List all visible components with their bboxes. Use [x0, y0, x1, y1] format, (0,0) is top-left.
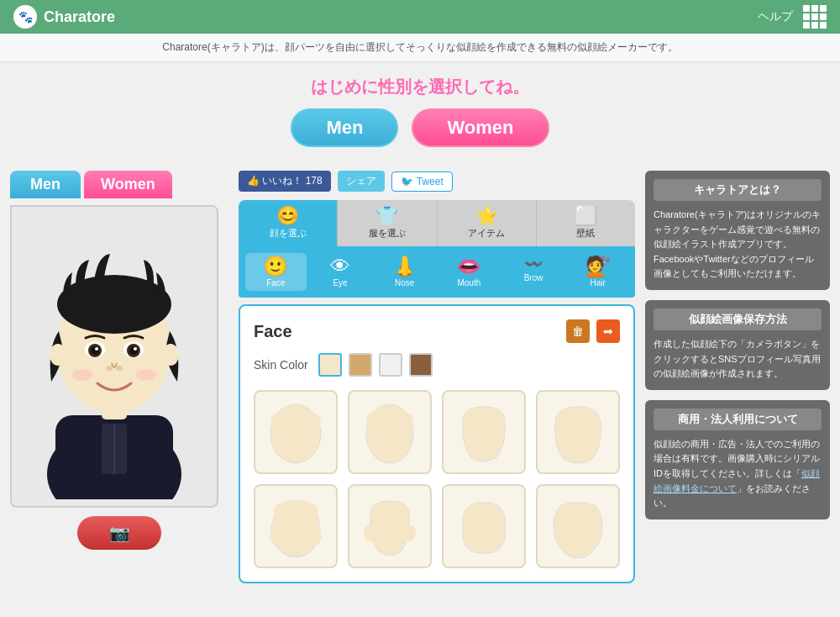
face-option-6[interactable]: [348, 484, 432, 568]
svg-point-13: [91, 346, 99, 355]
eye-part-label: Eye: [333, 278, 347, 287]
svg-point-26: [273, 500, 318, 522]
tweet-button[interactable]: 🐦 Tweet: [391, 171, 453, 192]
tab-clothes-icon: 👕: [375, 207, 398, 225]
social-bar: 👍 いいね！ 178 シェア 🐦 Tweet: [239, 171, 635, 192]
face-panel-actions: 🗑 ➡: [566, 319, 620, 343]
hair-part-icon: 💇: [585, 256, 611, 277]
skin-swatch-4[interactable]: [409, 353, 433, 377]
camera-button[interactable]: 📷: [77, 516, 161, 550]
svg-point-14: [129, 346, 138, 355]
grid-dot: [811, 5, 818, 12]
commercial-box: 商用・法人利用について 似顔絵の商用・広告・法人でのご利用の場合は有料です。画像…: [645, 400, 830, 519]
face-option-7[interactable]: [442, 484, 526, 568]
skin-swatch-3[interactable]: [379, 353, 402, 377]
skin-swatch-1[interactable]: [318, 353, 342, 377]
svg-point-19: [72, 369, 92, 381]
nose-part-icon: 👃: [392, 256, 417, 277]
avatar-container: [10, 205, 218, 508]
face-option-3[interactable]: [442, 390, 526, 474]
twitter-icon: 🐦: [401, 176, 413, 187]
face-option-1[interactable]: [254, 390, 338, 474]
grid-dot: [820, 13, 827, 20]
tab-bar: 😊 顔を選ぶ 👕 服を選ぶ ⭐ アイテム ⬜ 壁紙: [239, 200, 635, 246]
skin-color-row: Skin Color: [254, 353, 620, 377]
right-panel: キャラトアとは？ Charatore(キャラトア)はオリジナルのキャラクターをゲ…: [645, 171, 830, 583]
help-link[interactable]: ヘルプ: [758, 9, 793, 24]
svg-point-29: [364, 525, 377, 541]
like-button[interactable]: 👍 いいね！ 178: [239, 171, 331, 192]
part-mouth[interactable]: 👄 Mouth: [438, 253, 500, 291]
subtitle-text: Charatore(キャラトア)は、顔パーツを自由に選択してそっくりな似顔絵を作…: [162, 41, 677, 53]
tab-wallpaper-icon: ⬜: [575, 207, 597, 225]
face-panel: Face 🗑 ➡ Skin Color: [239, 304, 635, 583]
share-button[interactable]: シェア: [338, 171, 385, 192]
left-tab-women[interactable]: Women: [84, 171, 172, 198]
svg-point-30: [402, 525, 416, 541]
main-content: Men Women: [0, 161, 840, 593]
commercial-text: 似顔絵の商用・広告・法人でのご利用の場合は有料です。画像購入時にシリアルIDを取…: [654, 437, 822, 511]
header-right: ヘルプ: [758, 5, 827, 29]
skin-swatch-2[interactable]: [349, 353, 372, 377]
face-part-label: Face: [266, 278, 285, 287]
commercial-text-before: 似顔絵の商用・広告・法人でのご利用の場合は有料です。画像購入時にシリアルIDを取…: [654, 439, 820, 478]
hair-part-label: Hair: [591, 278, 606, 287]
svg-point-22: [270, 409, 321, 430]
tab-face[interactable]: 😊 顔を選ぶ: [239, 200, 338, 246]
face-option-4[interactable]: [536, 390, 620, 474]
part-nose[interactable]: 👃 Nose: [374, 253, 435, 291]
grid-dot: [820, 5, 827, 12]
face-part-icon: 🙂: [263, 256, 288, 277]
save-box: 似顔絵画像保存方法 作成した似顔絵下の「カメラボタン」をクリックするとSNSプロ…: [645, 300, 830, 390]
grid-dot: [803, 13, 810, 20]
about-box: キャラトアとは？ Charatore(キャラトア)はオリジナルのキャラクターをゲ…: [645, 171, 830, 290]
svg-point-15: [95, 347, 98, 351]
tab-wallpaper[interactable]: ⬜ 壁紙: [537, 200, 635, 246]
commercial-title: 商用・法人利用について: [654, 409, 822, 430]
logo: 🐾 Charatore: [13, 5, 115, 29]
gender-men-button[interactable]: Men: [291, 108, 398, 147]
gender-buttons: Men Women: [13, 108, 827, 147]
grid-dot: [820, 22, 827, 29]
mouth-part-label: Mouth: [457, 278, 480, 287]
tab-clothes[interactable]: 👕 服を選ぶ: [338, 200, 437, 246]
tab-items-label: アイテム: [468, 227, 505, 240]
part-selector: 🙂 Face 👁 Eye 👃 Nose 👄 Mouth 〰️ Brow 💇: [239, 246, 635, 298]
tab-items[interactable]: ⭐ アイテム: [438, 200, 537, 246]
face-option-2[interactable]: [348, 390, 432, 474]
avatar-svg: [22, 214, 207, 499]
face-option-5[interactable]: [254, 484, 338, 568]
left-tab-men[interactable]: Men: [10, 171, 81, 198]
gender-women-button[interactable]: Women: [412, 108, 549, 147]
camera-btn-container: 📷: [10, 508, 228, 550]
save-text: 作成した似顔絵下の「カメラボタン」をクリックするとSNSプロフィール写真用の似顔…: [654, 337, 822, 382]
left-gender-tabs: Men Women: [10, 171, 228, 198]
svg-point-16: [134, 347, 137, 351]
face-panel-title: Face: [254, 322, 292, 341]
logo-text: Charatore: [44, 8, 115, 26]
svg-point-7: [50, 344, 66, 366]
logo-icon: 🐾: [13, 5, 37, 29]
brow-part-icon: 〰️: [524, 256, 543, 272]
tab-face-label: 顔を選ぶ: [270, 227, 307, 240]
subtitle-bar: Charatore(キャラトア)は、顔パーツを自由に選択してそっくりな似顔絵を作…: [0, 34, 840, 62]
trash-button[interactable]: 🗑: [566, 319, 590, 343]
part-face[interactable]: 🙂 Face: [245, 253, 307, 291]
svg-point-20: [136, 369, 156, 381]
part-hair[interactable]: 💇 Hair: [567, 253, 628, 291]
about-text: Charatore(キャラトア)はオリジナルのキャラクターをゲーム感覚で遊べる無…: [654, 208, 822, 282]
part-brow[interactable]: 〰️ Brow: [503, 253, 564, 291]
part-eye[interactable]: 👁 Eye: [310, 253, 371, 291]
gender-section: はじめに性別を選択してね。 Men Women: [0, 62, 840, 161]
skin-color-label: Skin Color: [254, 358, 308, 372]
eye-part-icon: 👁: [330, 256, 350, 277]
next-arrow-button[interactable]: ➡: [596, 319, 620, 343]
face-option-8[interactable]: [536, 484, 620, 568]
grid-dot: [811, 13, 818, 20]
grid-dot: [803, 22, 810, 29]
svg-point-17: [106, 366, 113, 371]
about-title: キャラトアとは？: [654, 179, 822, 201]
gender-prompt: はじめに性別を選択してね。: [13, 76, 827, 98]
grid-menu-button[interactable]: [803, 5, 827, 29]
svg-point-28: [308, 528, 322, 545]
